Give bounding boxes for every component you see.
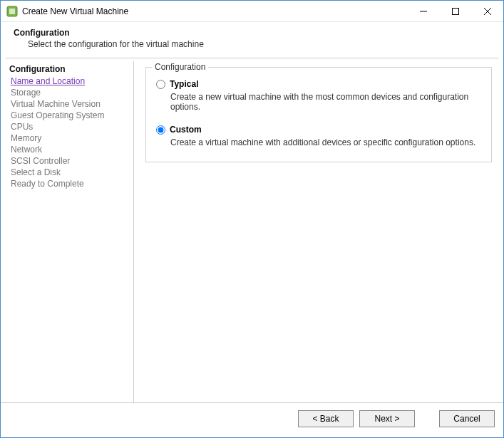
sidebar-step-select-disk: Select a Disk [9,167,129,178]
sidebar-step-current: Configuration [9,64,129,74]
radio-row-typical[interactable]: Typical [155,79,483,89]
sidebar-step-ready: Ready to Complete [9,178,129,189]
sidebar-step-link-name-location[interactable]: Name and Location [9,75,129,87]
radio-typical[interactable] [156,80,165,89]
app-icon [6,6,18,17]
cancel-button[interactable]: Cancel [439,410,495,427]
page-subtitle: Select the configuration for the virtual… [14,39,503,49]
radio-typical-desc: Create a new virtual machine with the mo… [170,92,483,112]
wizard-content: Configuration Typical Create a new virtu… [135,61,499,402]
maximize-button[interactable] [439,1,471,21]
wizard-body: Configuration Name and Location Storage … [1,58,503,402]
groupbox-legend: Configuration [152,62,208,72]
titlebar: Create New Virtual Machine [1,1,503,22]
radio-custom[interactable] [156,125,165,135]
back-button[interactable]: < Back [298,410,354,427]
page-title: Configuration [14,28,503,38]
sidebar-step-storage: Storage [9,87,129,98]
wizard-header: Configuration Select the configuration f… [1,22,503,58]
radio-custom-label[interactable]: Custom [170,125,202,135]
radio-row-custom[interactable]: Custom [155,125,483,135]
svg-rect-1 [9,9,15,14]
sidebar-divider [133,61,134,402]
wizard-footer: < Back Next > Cancel [1,402,503,437]
wizard-steps-sidebar: Configuration Name and Location Storage … [5,61,133,402]
sidebar-step-vm-version: Virtual Machine Version [9,98,129,110]
configuration-groupbox: Configuration Typical Create a new virtu… [145,67,492,162]
close-button[interactable] [471,1,503,21]
wizard-window: Create New Virtual Machine Configuration… [0,0,504,438]
sidebar-step-guest-os: Guest Operating System [9,110,129,121]
radio-typical-label[interactable]: Typical [170,79,198,89]
sidebar-step-memory: Memory [9,132,129,144]
sidebar-step-scsi: SCSI Controller [9,155,129,167]
sidebar-step-network: Network [9,144,129,155]
minimize-button[interactable] [407,1,439,21]
window-controls [407,1,503,21]
svg-rect-3 [452,8,458,14]
next-button[interactable]: Next > [359,410,415,427]
sidebar-step-cpus: CPUs [9,121,129,132]
radio-custom-desc: Create a virtual machine with additional… [170,137,483,147]
window-title: Create New Virtual Machine [22,6,128,16]
